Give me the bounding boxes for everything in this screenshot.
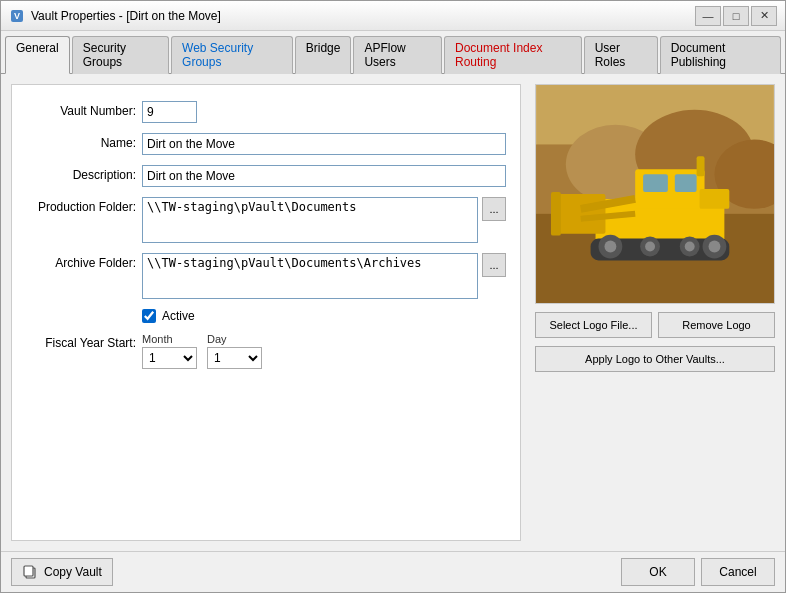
form-area: Vault Number: Name: Description: Product… — [11, 84, 775, 541]
archive-folder-label: Archive Folder: — [26, 253, 136, 270]
day-select[interactable]: 1 2 3 4 5 6 7 8 9 10 — [207, 347, 262, 369]
vault-number-input[interactable] — [142, 101, 197, 123]
svg-rect-11 — [675, 174, 697, 192]
vault-number-row: Vault Number: — [26, 101, 506, 123]
logo-preview — [535, 84, 775, 304]
active-label: Active — [162, 309, 195, 323]
form-right: Select Logo File... Remove Logo Apply Lo… — [535, 84, 775, 541]
fiscal-inner: Month 1 2 3 4 5 6 7 8 9 1 — [142, 333, 262, 369]
month-select[interactable]: 1 2 3 4 5 6 7 8 9 10 11 — [142, 347, 197, 369]
svg-point-20 — [645, 242, 655, 252]
tab-document-index-routing[interactable]: Document Index Routing — [444, 36, 582, 74]
production-folder-wrapper: \\TW-staging\pVault\Documents ... — [142, 197, 506, 243]
svg-rect-12 — [697, 156, 705, 176]
minimize-button[interactable]: — — [695, 6, 721, 26]
ok-button[interactable]: OK — [621, 558, 695, 586]
logo-image — [536, 85, 774, 303]
month-group: Month 1 2 3 4 5 6 7 8 9 1 — [142, 333, 197, 369]
maximize-button[interactable]: □ — [723, 6, 749, 26]
name-label: Name: — [26, 133, 136, 150]
production-folder-input[interactable]: \\TW-staging\pVault\Documents — [142, 197, 478, 243]
archive-folder-row: Archive Folder: \\TW-staging\pVault\Docu… — [26, 253, 506, 299]
tab-document-publishing[interactable]: Document Publishing — [660, 36, 781, 74]
active-checkbox[interactable] — [142, 309, 156, 323]
svg-point-22 — [685, 242, 695, 252]
cancel-button[interactable]: Cancel — [701, 558, 775, 586]
name-input[interactable] — [142, 133, 506, 155]
app-icon: V — [9, 8, 25, 24]
archive-folder-browse-button[interactable]: ... — [482, 253, 506, 277]
svg-rect-10 — [643, 174, 668, 192]
month-label: Month — [142, 333, 197, 345]
tab-apflow-users[interactable]: APFlow Users — [353, 36, 442, 74]
description-input[interactable] — [142, 165, 506, 187]
production-folder-browse-button[interactable]: ... — [482, 197, 506, 221]
window-title: Vault Properties - [Dirt on the Move] — [31, 9, 695, 23]
svg-text:V: V — [14, 11, 20, 21]
copy-vault-button[interactable]: Copy Vault — [11, 558, 113, 586]
apply-logo-button[interactable]: Apply Logo to Other Vaults... — [535, 346, 775, 372]
tab-bridge[interactable]: Bridge — [295, 36, 352, 74]
fiscal-year-label: Fiscal Year Start: — [26, 333, 136, 350]
main-window: V Vault Properties - [Dirt on the Move] … — [0, 0, 786, 593]
form-left: Vault Number: Name: Description: Product… — [11, 84, 521, 541]
copy-icon — [22, 564, 38, 580]
tab-web-security-groups[interactable]: Web Security Groups — [171, 36, 293, 74]
svg-point-24 — [709, 241, 721, 253]
logo-buttons-row: Select Logo File... Remove Logo — [535, 312, 775, 338]
title-bar: V Vault Properties - [Dirt on the Move] … — [1, 1, 785, 31]
remove-logo-button[interactable]: Remove Logo — [658, 312, 775, 338]
day-group: Day 1 2 3 4 5 6 7 8 9 10 — [207, 333, 262, 369]
production-folder-label: Production Folder: — [26, 197, 136, 214]
vault-number-label: Vault Number: — [26, 101, 136, 118]
fiscal-year-row: Fiscal Year Start: Month 1 2 3 4 5 6 — [26, 333, 506, 369]
active-row: Active — [26, 309, 506, 323]
tab-user-roles[interactable]: User Roles — [584, 36, 658, 74]
tab-security-groups[interactable]: Security Groups — [72, 36, 169, 74]
svg-rect-28 — [24, 566, 33, 576]
description-row: Description: — [26, 165, 506, 187]
svg-point-18 — [604, 241, 616, 253]
tab-general[interactable]: General — [5, 36, 70, 74]
select-logo-button[interactable]: Select Logo File... — [535, 312, 652, 338]
svg-rect-14 — [556, 194, 606, 234]
svg-rect-13 — [700, 189, 730, 209]
window-controls: — □ ✕ — [695, 6, 777, 26]
description-label: Description: — [26, 165, 136, 182]
svg-rect-15 — [551, 192, 561, 236]
close-button[interactable]: ✕ — [751, 6, 777, 26]
day-label: Day — [207, 333, 262, 345]
bottom-right-buttons: OK Cancel — [621, 558, 775, 586]
tabs-bar: General Security Groups Web Security Gro… — [1, 31, 785, 74]
archive-folder-wrapper: \\TW-staging\pVault\Documents\Archives .… — [142, 253, 506, 299]
archive-folder-input[interactable]: \\TW-staging\pVault\Documents\Archives — [142, 253, 478, 299]
production-folder-row: Production Folder: \\TW-staging\pVault\D… — [26, 197, 506, 243]
main-content: Vault Number: Name: Description: Product… — [1, 74, 785, 551]
bottom-bar: Copy Vault OK Cancel — [1, 551, 785, 592]
copy-vault-label: Copy Vault — [44, 565, 102, 579]
name-row: Name: — [26, 133, 506, 155]
